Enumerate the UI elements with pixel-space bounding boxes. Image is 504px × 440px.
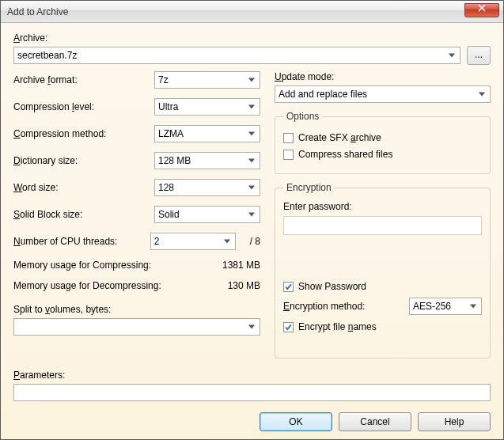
shared-checkbox[interactable] [283, 150, 294, 160]
sfx-checkbox-row[interactable]: Create SFX archive [283, 132, 482, 143]
encnames-checkbox-row[interactable]: Encrypt file names [283, 321, 482, 332]
method-label: Compression method: [13, 128, 154, 139]
close-icon [478, 4, 486, 12]
ok-button[interactable]: OK [260, 412, 332, 431]
threads-value: 2 [154, 236, 160, 247]
shared-checkbox-row[interactable]: Compress shared files [283, 149, 482, 160]
showpw-checkbox[interactable] [283, 282, 294, 292]
level-value: Ultra [158, 101, 178, 112]
encryption-legend: Encryption [283, 182, 335, 193]
update-combo[interactable]: Add and replace files [275, 85, 491, 103]
sfx-checkbox[interactable] [283, 133, 294, 143]
close-button[interactable] [464, 3, 499, 17]
threads-of: / 8 [250, 236, 260, 247]
mem-comp-label: Memory usage for Compressing: [13, 260, 151, 271]
block-value: Solid [158, 209, 180, 220]
dict-value: 128 MB [158, 155, 191, 166]
mem-decomp-value: 130 MB [228, 280, 260, 291]
encmethod-label: Encryption method: [283, 301, 404, 312]
cancel-button[interactable]: Cancel [339, 412, 411, 431]
password-input[interactable] [283, 216, 482, 235]
split-combo[interactable] [13, 318, 260, 336]
params-input[interactable] [13, 384, 491, 401]
archive-combo[interactable]: secretbean.7z [13, 47, 460, 64]
shared-label: Compress shared files [298, 149, 392, 160]
level-label: Compression level: [13, 101, 154, 112]
word-label: Word size: [13, 182, 154, 193]
sfx-label: Create SFX archive [298, 132, 381, 143]
dialog-body: Archive: secretbean.7z ... Archive forma… [1, 23, 503, 439]
right-column: Update mode: Add and replace files Optio… [275, 71, 491, 366]
format-value: 7z [158, 74, 169, 85]
password-label: Enter password: [283, 201, 482, 212]
title-bar: Add to Archive [1, 1, 503, 23]
showpw-label: Show Password [298, 281, 366, 292]
split-label: Split to volumes, bytes: [13, 304, 260, 315]
method-value: LZMA [158, 128, 184, 139]
threads-combo[interactable]: 2 [150, 233, 236, 250]
left-column: Archive format: 7z Compression level: Ul… [13, 71, 260, 366]
encmethod-value: AES-256 [413, 301, 451, 312]
archive-section: Archive: secretbean.7z ... [13, 32, 491, 65]
method-combo[interactable]: LZMA [154, 125, 260, 142]
archive-value: secretbean.7z [17, 50, 77, 61]
encryption-fieldset: Encryption Enter password: Show Password… [275, 182, 491, 358]
format-combo[interactable]: 7z [154, 71, 260, 89]
params-label: Parameters: [13, 370, 491, 381]
dict-label: Dictionary size: [13, 155, 154, 166]
update-value: Add and replace files [279, 89, 367, 100]
showpw-checkbox-row[interactable]: Show Password [283, 281, 482, 292]
archive-label: Archive: [13, 32, 491, 44]
dict-combo[interactable]: 128 MB [154, 152, 260, 169]
dialog-window: Add to Archive Archive: secretbean.7z ..… [0, 0, 504, 440]
window-title: Add to Archive [7, 6, 68, 17]
options-legend: Options [283, 111, 322, 122]
block-label: Solid Block size: [13, 209, 154, 220]
word-value: 128 [158, 182, 174, 193]
mem-comp-value: 1381 MB [222, 260, 260, 271]
options-fieldset: Options Create SFX archive Compress shar… [275, 111, 491, 174]
browse-button[interactable]: ... [467, 46, 491, 65]
encnames-checkbox[interactable] [283, 322, 294, 332]
encmethod-combo[interactable]: AES-256 [409, 298, 482, 315]
update-label: Update mode: [275, 71, 491, 82]
word-combo[interactable]: 128 [154, 179, 260, 196]
encnames-label: Encrypt file names [298, 321, 377, 332]
dialog-footer: OK Cancel Help [13, 401, 491, 431]
block-combo[interactable]: Solid [154, 206, 260, 223]
mem-decomp-label: Memory usage for Decompressing: [13, 280, 161, 291]
format-label: Archive format: [13, 74, 154, 85]
help-button[interactable]: Help [418, 412, 491, 431]
threads-label: Number of CPU threads: [13, 236, 150, 247]
level-combo[interactable]: Ultra [154, 98, 260, 116]
